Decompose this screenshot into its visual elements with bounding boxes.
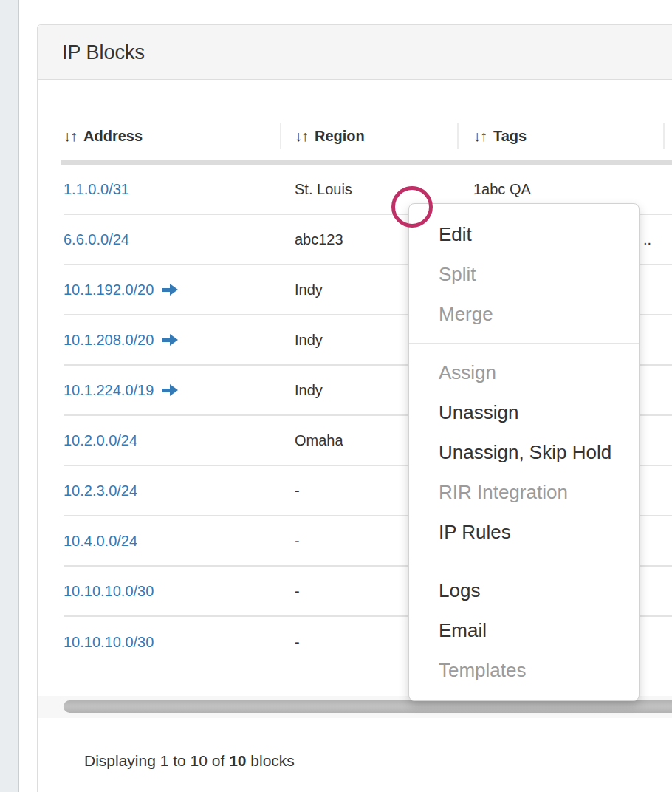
arrow-right-icon [162, 334, 179, 346]
panel-header: IP Blocks [38, 25, 672, 80]
address-cell: 1.1.0.0/31 [64, 181, 280, 198]
pagination-total: 10 [229, 752, 246, 769]
address-cell: 10.10.10.0/30 [64, 634, 280, 651]
tags-cell: 1abc QA [457, 181, 663, 198]
panel-title: IP Blocks [62, 25, 145, 80]
address-cell: 10.2.3.0/24 [64, 482, 280, 499]
page-left-gutter [0, 0, 19, 792]
pagination-summary: Displaying 1 to 10 of 10 blocks [84, 751, 295, 771]
horizontal-scrollbar-thumb[interactable] [64, 700, 672, 713]
menu-divider [409, 561, 639, 561]
ip-address-link[interactable]: 6.6.0.0/24 [64, 231, 129, 248]
menu-item-templates: Templates [409, 650, 639, 690]
sort-icon[interactable]: ↓↑ [64, 128, 77, 145]
arrow-right-icon [162, 384, 179, 396]
region-cell: St. Louis [280, 181, 457, 198]
sort-icon[interactable]: ↓↑ [473, 128, 487, 145]
menu-item-assign: Assign [409, 352, 639, 392]
column-header-extra [663, 121, 672, 151]
address-cell: 10.10.10.0/30 [64, 583, 280, 600]
address-cell: 10.1.192.0/20 [64, 281, 280, 298]
ip-address-link[interactable]: 10.10.10.0/30 [64, 634, 154, 651]
column-header-address[interactable]: ↓↑ Address [64, 121, 280, 151]
menu-divider [409, 343, 639, 344]
ip-address-link[interactable]: 10.2.0.0/24 [64, 432, 137, 449]
menu-item-logs[interactable]: Logs [409, 570, 639, 610]
ip-address-link[interactable]: 10.2.3.0/24 [64, 482, 137, 499]
ip-address-link[interactable]: 10.1.208.0/20 [64, 332, 154, 349]
menu-item-edit[interactable]: Edit [409, 214, 639, 254]
pagination-suffix: blocks [250, 752, 295, 769]
ip-address-link[interactable]: 10.4.0.0/24 [64, 533, 137, 550]
arrow-right-icon [162, 284, 179, 296]
column-label: Region [315, 128, 365, 145]
menu-item-split: Split [409, 254, 639, 294]
table-header-row: ↓↑ Address ↓↑ Region ↓↑ Tags [64, 121, 672, 151]
ip-address-link[interactable]: 1.1.0.0/31 [64, 181, 129, 198]
ip-address-link[interactable]: 10.1.192.0/20 [64, 281, 154, 298]
column-header-tags[interactable]: ↓↑ Tags [457, 121, 663, 151]
column-label: Address [83, 128, 143, 145]
menu-item-ip-rules[interactable]: IP Rules [409, 512, 639, 552]
menu-item-email[interactable]: Email [409, 610, 639, 650]
address-cell: 10.1.208.0/20 [64, 332, 280, 349]
menu-item-unassign-skip-hold[interactable]: Unassign, Skip Hold [409, 432, 639, 472]
menu-item-unassign[interactable]: Unassign [409, 392, 639, 432]
address-cell: 10.1.224.0/19 [64, 382, 280, 399]
address-cell: 10.2.0.0/24 [64, 432, 280, 449]
address-cell: 6.6.0.0/24 [64, 231, 280, 248]
ip-address-link[interactable]: 10.10.10.0/30 [64, 583, 154, 600]
row-context-menu: Edit Split Merge Assign Unassign Unassig… [408, 203, 640, 701]
menu-item-merge: Merge [409, 294, 639, 334]
menu-item-rir-integration: RIR Integration [409, 472, 639, 512]
sort-icon[interactable]: ↓↑ [295, 128, 308, 145]
column-header-region[interactable]: ↓↑ Region [280, 121, 457, 151]
ip-address-link[interactable]: 10.1.224.0/19 [64, 382, 154, 399]
address-cell: 10.4.0.0/24 [64, 533, 280, 550]
pagination-prefix: Displaying 1 to 10 of [84, 752, 224, 769]
column-label: Tags [493, 128, 527, 145]
